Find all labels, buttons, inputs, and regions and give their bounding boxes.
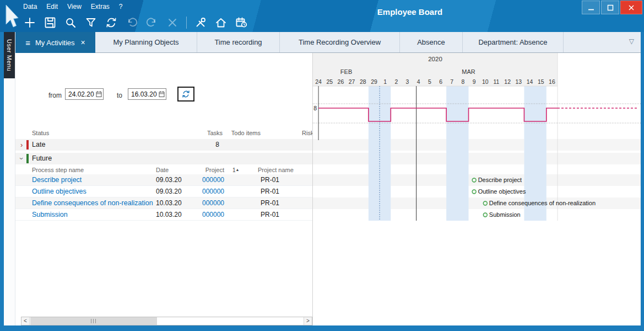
scroll-left-button[interactable]: < xyxy=(21,317,30,325)
task-name-link[interactable]: Define consequences of non-realization xyxy=(32,197,153,209)
add-icon[interactable] xyxy=(21,14,39,31)
timeline-day: 8 xyxy=(462,78,465,85)
toolbar xyxy=(21,14,250,31)
planning-calendar-icon[interactable] xyxy=(232,14,250,31)
task-date: 09.03.20 xyxy=(156,174,182,186)
task-name-link[interactable]: Describe project xyxy=(32,174,82,186)
hamburger-icon[interactable]: ≡ xyxy=(25,38,30,47)
project-name: PR-01 xyxy=(261,174,279,186)
save-icon[interactable] xyxy=(41,14,59,31)
milestone-label: Submission xyxy=(489,211,521,218)
from-label: from xyxy=(48,92,62,99)
column-risks[interactable]: Risks xyxy=(302,130,312,136)
status-color-bar xyxy=(26,140,29,150)
timeline-day: 5 xyxy=(428,78,431,85)
column-todo-items[interactable]: Todo items xyxy=(225,130,261,136)
undo-icon[interactable] xyxy=(123,14,140,31)
apply-date-range-button[interactable] xyxy=(177,87,194,102)
timeline-day: 15 xyxy=(538,78,544,85)
tab-label: Department: Absence xyxy=(478,38,547,46)
project-name: PR-01 xyxy=(261,209,279,221)
timeline-day: 14 xyxy=(527,78,533,85)
delete-icon[interactable] xyxy=(164,14,181,31)
column-status[interactable]: Status xyxy=(32,130,49,136)
from-date-input[interactable] xyxy=(65,88,104,100)
capacity-axis-label: 8 xyxy=(313,105,317,111)
project-number-link[interactable]: 000000 xyxy=(186,209,224,221)
tab-department-absence[interactable]: Department: Absence xyxy=(463,32,564,52)
group-row-future[interactable]: › Future xyxy=(15,153,312,164)
close-button[interactable] xyxy=(620,1,642,14)
maximize-button[interactable] xyxy=(601,1,619,14)
tab-time-recording[interactable]: Time recording xyxy=(197,32,280,52)
tab-absence[interactable]: Absence xyxy=(400,32,463,52)
milestone-marker[interactable] xyxy=(483,213,487,217)
menu-item-help[interactable]: ? xyxy=(119,3,123,10)
to-date-input[interactable] xyxy=(128,88,166,100)
home-icon[interactable] xyxy=(212,14,230,31)
timeline-day: 25 xyxy=(326,78,333,85)
user-menu-strip: User Menu xyxy=(4,32,15,325)
search-icon[interactable] xyxy=(62,14,79,31)
window-controls xyxy=(582,1,642,14)
task-name-link[interactable]: Outline objectives xyxy=(32,186,86,197)
task-row: Describe project09.03.20000000PR-01 xyxy=(15,174,312,186)
task-date: 10.03.20 xyxy=(156,197,182,209)
milestone-marker[interactable] xyxy=(472,178,476,182)
milestone-marker[interactable] xyxy=(472,190,476,194)
weekend-band xyxy=(446,86,468,221)
timeline-day: 16 xyxy=(549,78,555,85)
tools-icon[interactable] xyxy=(192,14,209,31)
user-menu-tab[interactable]: User Menu xyxy=(4,32,15,78)
collapse-chevron-icon[interactable]: › xyxy=(16,157,28,159)
menu-item-data[interactable]: Data xyxy=(23,3,37,10)
sort-indicator[interactable]: 1▲ xyxy=(232,167,240,173)
tab-list-dropdown-icon[interactable]: ▽ xyxy=(629,38,634,45)
project-number-link[interactable]: 000000 xyxy=(186,186,224,197)
timeline-month: MAR xyxy=(462,68,475,75)
project-name: PR-01 xyxy=(261,186,279,197)
tab-label: Time recording xyxy=(214,38,262,46)
tabs-container: ≡My Activities×My Planning ObjectsTime r… xyxy=(15,32,564,52)
column-project-name[interactable]: Project name xyxy=(258,167,294,173)
tab-my-activities[interactable]: ≡My Activities× xyxy=(15,32,95,53)
scrollbar-thumb[interactable] xyxy=(30,317,157,325)
timeline-day: 13 xyxy=(516,78,522,85)
scroll-right-button[interactable]: > xyxy=(304,317,312,325)
refresh-icon[interactable] xyxy=(102,14,120,31)
timeline-day: 29 xyxy=(371,78,377,85)
minimize-button[interactable] xyxy=(582,1,600,14)
timeline-day: 28 xyxy=(360,78,366,85)
menu-item-extras[interactable]: Extras xyxy=(91,3,110,10)
project-number-link[interactable]: 000000 xyxy=(186,174,224,186)
milestone-marker[interactable] xyxy=(483,201,487,205)
to-date-wrap xyxy=(128,88,166,100)
task-name-link[interactable]: Submission xyxy=(32,209,68,221)
user-menu-label: User Menu xyxy=(6,39,13,71)
menu-item-view[interactable]: View xyxy=(67,3,82,10)
redo-icon[interactable] xyxy=(143,14,161,31)
group-name: Late xyxy=(32,139,45,151)
gantt-row-stripe xyxy=(313,153,641,164)
timeline-month: FEB xyxy=(340,68,352,75)
column-tasks[interactable]: Tasks xyxy=(197,130,223,136)
menu-item-edit[interactable]: Edit xyxy=(46,3,58,10)
titlebar: DataEditViewExtras? Employee Board xyxy=(0,0,644,32)
column-process-step-name[interactable]: Process step name xyxy=(32,167,84,173)
refresh-icon xyxy=(181,89,191,99)
expand-chevron-icon[interactable]: › xyxy=(20,139,23,151)
close-tab-icon[interactable]: × xyxy=(81,38,85,47)
milestone-label: Outline objectives xyxy=(478,188,526,195)
group-row-late[interactable]: › Late 8 xyxy=(15,139,312,151)
column-date[interactable]: Date xyxy=(156,167,169,173)
filter-icon[interactable] xyxy=(82,14,100,31)
project-number-link[interactable]: 000000 xyxy=(186,197,224,209)
tab-my-planning-objects[interactable]: My Planning Objects xyxy=(95,32,197,52)
timeline-day: 11 xyxy=(494,78,500,85)
horizontal-scrollbar[interactable]: < > xyxy=(21,317,312,325)
content-area: User Menu ≡My Activities×My Planning Obj… xyxy=(4,32,641,325)
tab-time-recording-overview[interactable]: Time Recording Overview xyxy=(280,32,400,52)
timeline-day: 26 xyxy=(338,78,344,85)
timeline-day: 27 xyxy=(349,78,355,85)
column-project[interactable]: Project xyxy=(181,167,224,173)
